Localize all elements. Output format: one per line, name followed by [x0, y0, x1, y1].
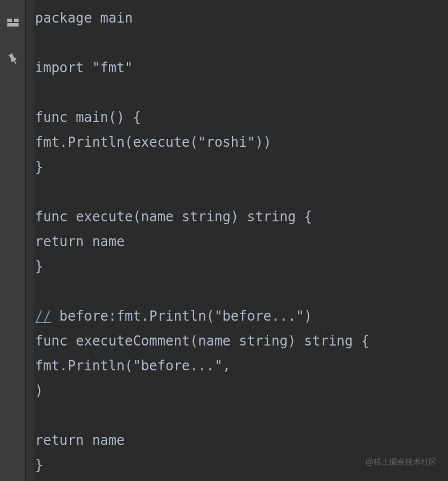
tool-sidebar [0, 0, 26, 481]
svg-rect-2 [7, 23, 19, 27]
code-line[interactable]: // before:fmt.Println("before...") [35, 304, 448, 329]
code-line[interactable]: fmt.Println("before...", [35, 353, 448, 378]
comment-prefix: // [35, 308, 51, 324]
code-line[interactable]: package main [35, 6, 448, 30]
code-line[interactable]: } [35, 155, 448, 180]
svg-rect-1 [14, 19, 19, 22]
code-line[interactable] [35, 279, 448, 304]
code-line[interactable]: return name [35, 229, 448, 254]
pin-icon[interactable] [6, 52, 20, 65]
editor-gutter [26, 0, 34, 481]
code-line[interactable] [35, 403, 448, 428]
code-line[interactable] [35, 80, 448, 105]
svg-rect-0 [7, 19, 12, 22]
code-editor[interactable]: package mainimport "fmt"func main() {fmt… [34, 0, 448, 481]
code-line[interactable]: ) [35, 378, 448, 403]
code-line[interactable]: func main() { [35, 105, 448, 130]
code-line[interactable]: import "fmt" [35, 55, 448, 80]
watermark: @稀土掘金技术社区 [366, 457, 437, 467]
code-text: before:fmt.Println("before...") [51, 308, 312, 324]
code-line[interactable]: func executeComment(name string) string … [35, 329, 448, 353]
code-line[interactable] [35, 180, 448, 204]
code-line[interactable]: fmt.Println(execute("roshi")) [35, 130, 448, 155]
structure-icon[interactable] [6, 16, 20, 29]
code-line[interactable]: func execute(name string) string { [35, 204, 448, 229]
code-line[interactable]: } [35, 254, 448, 279]
code-line[interactable]: return name [35, 428, 448, 453]
code-line[interactable] [35, 30, 448, 55]
